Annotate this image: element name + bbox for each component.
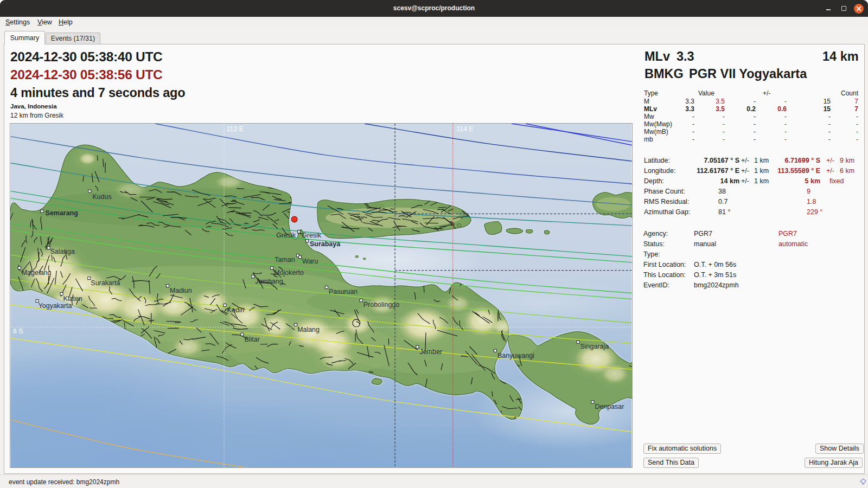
svg-text:Waru: Waru <box>302 258 318 265</box>
svg-text:Semarang: Semarang <box>46 209 78 217</box>
svg-text:112 E: 112 E <box>227 125 244 133</box>
svg-text:Jombang: Jombang <box>255 278 283 285</box>
svg-text:Surabaya: Surabaya <box>310 240 340 248</box>
svg-text:Blitar: Blitar <box>244 336 259 343</box>
svg-text:Taman: Taman <box>275 256 295 264</box>
svg-text:Yogyakarta: Yogyakarta <box>39 302 72 310</box>
svg-text:Surakarta: Surakarta <box>91 279 120 287</box>
svg-text:Magelang: Magelang <box>22 269 52 277</box>
svg-text:Denpasar: Denpasar <box>595 403 624 410</box>
svg-text:Probolinggo: Probolinggo <box>363 301 400 309</box>
svg-text:Salatiga: Salatiga <box>50 248 75 255</box>
svg-text:Kudus: Kudus <box>92 193 111 201</box>
svg-text:Madiun: Madiun <box>170 287 192 294</box>
svg-text:Singaraja: Singaraja <box>580 343 609 350</box>
svg-text:8 S: 8 S <box>13 328 23 335</box>
svg-text:Malang: Malang <box>297 326 320 333</box>
svg-text:Mojokerto: Mojokerto <box>274 269 304 277</box>
svg-text:Jember: Jember <box>419 348 442 356</box>
svg-text:Kediri: Kediri <box>227 306 245 314</box>
svg-text:Gresik: Gresik <box>276 232 296 239</box>
svg-text:Klaten: Klaten <box>63 295 82 303</box>
svg-text:Banyuwangi: Banyuwangi <box>497 352 534 359</box>
svg-text:Gresik: Gresik <box>302 232 322 239</box>
svg-text:Pasuruan: Pasuruan <box>329 288 358 296</box>
svg-text:114 E: 114 E <box>456 125 474 133</box>
